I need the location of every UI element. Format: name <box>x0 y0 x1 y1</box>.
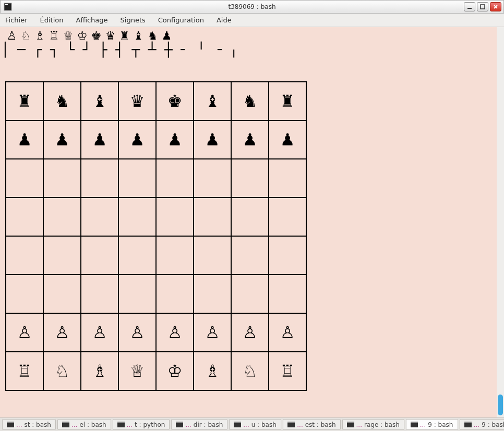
terminal-icon <box>411 422 418 427</box>
board-cell: ♜ <box>269 82 306 120</box>
board-cell: ♟ <box>156 120 194 159</box>
board-cell <box>156 236 194 275</box>
menu-view[interactable]: Affichage <box>74 15 110 25</box>
tab-ellipsis: ... <box>185 421 191 428</box>
board-cell <box>231 275 269 313</box>
board-cell: ♞ <box>231 82 269 120</box>
piece-glyph: ♔ <box>76 29 89 43</box>
terminal-content[interactable]: ♙♘♗♖♕♔♚♛♜♝♞♟ │ ─ ┌ ┐ └ ┘ ├ ┤ ┬ ┴ ┼ ╴ ╵ ╶… <box>0 27 497 417</box>
terminal-tab[interactable]: ...el : bash <box>57 419 111 430</box>
board-cell <box>194 275 231 313</box>
terminal-icon <box>347 422 354 427</box>
terminal-tab[interactable]: ...9 : bash <box>406 419 458 430</box>
board-row: ♟♟♟♟♟♟♟♟ <box>6 120 306 159</box>
menu-bookmarks[interactable]: Signets <box>118 15 148 25</box>
board-cell <box>231 198 269 236</box>
window-title: t389069 : bash <box>1 3 503 10</box>
menu-help[interactable]: Aide <box>214 15 234 25</box>
board-cell: ♙ <box>81 313 118 352</box>
board-cell: ♟ <box>231 120 269 159</box>
board-row: ♜♞♝♛♚♝♞♜ <box>6 82 306 120</box>
piece-glyph: ♟ <box>160 29 173 43</box>
terminal-tab[interactable]: ...st : bash <box>2 419 56 430</box>
board-cell: ♟ <box>43 120 81 159</box>
board-row <box>6 236 306 275</box>
window-controls <box>464 2 501 11</box>
board-cell <box>43 275 81 313</box>
board-cell: ♛ <box>118 82 156 120</box>
piece-glyph: ♚ <box>90 29 103 43</box>
terminal-tab[interactable]: ...dir : bash <box>171 419 227 430</box>
menu-config[interactable]: Configuration <box>156 15 206 25</box>
board-cell: ♚ <box>156 82 194 120</box>
menu-edit[interactable]: Édition <box>38 15 66 25</box>
board-cell: ♘ <box>231 352 269 390</box>
board-cell <box>81 275 118 313</box>
piece-glyph: ♘ <box>19 29 32 43</box>
tab-ellipsis: ... <box>356 421 362 428</box>
board-cell <box>81 198 118 236</box>
board-cell <box>194 198 231 236</box>
board-cell: ♞ <box>43 82 81 120</box>
board-cell <box>269 198 306 236</box>
app-icon <box>4 3 12 11</box>
piece-glyph: ♛ <box>104 29 117 43</box>
tab-label: el : bash <box>79 421 106 428</box>
tab-bar: ...st : bash...el : bash...t : python...… <box>0 417 504 431</box>
close-button[interactable] <box>490 2 501 11</box>
board-cell <box>81 159 118 198</box>
terminal-tab[interactable]: ...u : bash <box>229 419 281 430</box>
board-cell <box>6 159 43 198</box>
tab-label: rage : bash <box>364 421 400 428</box>
menu-bar: Fichier Édition Affichage Signets Config… <box>0 14 504 27</box>
board-cell: ♙ <box>231 313 269 352</box>
terminal-icon <box>464 422 472 427</box>
board-cell: ♗ <box>81 352 118 390</box>
scroll-thumb[interactable] <box>498 395 503 415</box>
board-cell <box>156 275 194 313</box>
board-cell <box>6 236 43 275</box>
board-cell <box>194 236 231 275</box>
piece-glyph: ♝ <box>132 29 145 43</box>
board-cell: ♙ <box>118 313 156 352</box>
board-cell: ♟ <box>194 120 231 159</box>
board-cell: ♟ <box>269 120 306 159</box>
terminal-tab[interactable]: ...t : python <box>113 419 170 430</box>
piece-glyph: ♗ <box>33 29 46 43</box>
svg-rect-3 <box>481 5 485 9</box>
piece-glyph-row: ♙♘♗♖♕♔♚♛♜♝♞♟ <box>0 27 497 43</box>
board-cell <box>43 236 81 275</box>
tab-label: 9 : bash <box>428 421 453 428</box>
board-cell: ♖ <box>269 352 306 390</box>
board-cell <box>6 275 43 313</box>
svg-rect-1 <box>5 4 8 5</box>
tab-ellipsis: ... <box>127 421 133 428</box>
board-cell: ♘ <box>43 352 81 390</box>
svg-rect-2 <box>467 8 472 9</box>
minimize-button[interactable] <box>464 2 475 11</box>
board-cell <box>231 236 269 275</box>
board-row: ♖♘♗♕♔♗♘♖ <box>6 352 306 390</box>
vertical-scrollbar[interactable] <box>497 27 504 417</box>
board-cell <box>156 159 194 198</box>
board-cell <box>118 275 156 313</box>
board-cell: ♙ <box>194 313 231 352</box>
terminal-tab[interactable]: ...rage : bash <box>342 419 404 430</box>
board-cell <box>231 159 269 198</box>
board-row: ♙♙♙♙♙♙♙♙ <box>6 313 306 352</box>
board-cell <box>118 159 156 198</box>
terminal-tab[interactable]: ...est : bash <box>283 419 340 430</box>
terminal-tab[interactable]: ...9 : bash <box>460 419 504 430</box>
title-bar: t389069 : bash <box>0 0 504 14</box>
tab-ellipsis: ... <box>420 421 426 428</box>
board-cell <box>43 198 81 236</box>
board-row <box>6 275 306 313</box>
maximize-button[interactable] <box>477 2 488 11</box>
tab-label: est : bash <box>305 421 336 428</box>
content-wrap: ♙♘♗♖♕♔♚♛♜♝♞♟ │ ─ ┌ ┐ └ ┘ ├ ┤ ┬ ┴ ┼ ╴ ╵ ╶… <box>0 27 504 417</box>
board-cell: ♖ <box>6 352 43 390</box>
menu-file[interactable]: Fichier <box>3 15 30 25</box>
terminal-icon <box>176 422 183 427</box>
piece-glyph: ♞ <box>146 29 159 43</box>
board-cell: ♙ <box>156 313 194 352</box>
